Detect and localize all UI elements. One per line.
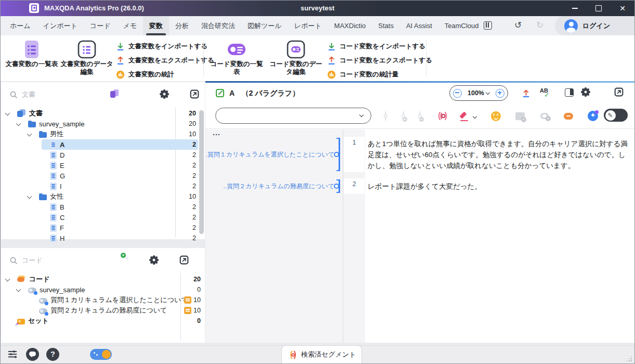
edit-mode-toggle[interactable] [604,109,628,122]
panel-popout-button[interactable] [179,255,189,265]
tree-row-G[interactable]: G2 [1,171,205,181]
window-minimize-button[interactable] [563,1,587,16]
ribbon-button-文書変数の一覧表[interactable]: 文書変数の一覧表 [5,38,59,68]
coded-segment-label[interactable]: ..質問１カリキュラムを選択したことについて [205,150,334,159]
tree-row-F[interactable]: F2 [1,223,205,233]
menu-tab-AI Assist[interactable]: AI Assist [400,16,438,35]
window-maximize-button[interactable] [587,1,611,16]
menu-tab-分析[interactable]: 分析 [169,16,195,35]
preferences-sliders-icon[interactable] [8,350,17,358]
tree-row-D[interactable]: D2 [1,150,205,160]
login-button[interactable]: ログイン [555,16,634,35]
tree-row-質問１カリキュラムを選択したことについて[interactable]: 質問１カリキュラムを選択したことについて10 [1,295,205,305]
attachment-icon[interactable] [538,110,551,122]
tree-row-コード[interactable]: コード20 [1,274,205,284]
menu-tab-変数[interactable]: 変数 [143,16,169,35]
menu-tab-TeamCloud[interactable]: TeamCloud [438,16,485,35]
menu-tab-ホーム[interactable]: ホーム [4,16,37,35]
coded-segment-bracket[interactable] [336,179,340,193]
zoom-in-button[interactable] [496,89,504,98]
panel-popout-button[interactable] [190,89,199,99]
chevron-expand-icon[interactable] [26,193,33,200]
ribbon-button-文書変数のデータ編集[interactable]: 文書変数のデータ編集 [59,38,115,76]
chevron-expand-icon[interactable] [15,121,22,127]
margin-ellipsis[interactable]: ... [213,128,221,137]
panel-settings-gear-icon[interactable] [160,89,169,99]
code-search-input[interactable]: コード [9,256,43,265]
panel-popout-button[interactable] [614,87,624,97]
menu-tab-図解ツール[interactable]: 図解ツール [241,16,288,35]
menu-tab-混合研究法[interactable]: 混合研究法 [195,16,241,35]
menu-tab-メモ[interactable]: メモ [116,16,143,35]
chevron-expand-icon[interactable] [4,276,11,283]
memo-icon[interactable] [184,296,191,304]
code-in-vivo-icon[interactable] [436,110,449,122]
ribbon-button-コード変数をインポートする[interactable]: コード変数をインポートする [327,40,425,53]
tree-row-文書[interactable]: 文書20 [1,108,205,119]
retrieved-segments-tab[interactable]: 検索済セグメント [281,345,362,363]
tree-row-質問２カリキュラムの難易度について[interactable]: 質問２カリキュラムの難易度について10 [1,305,205,316]
code-in-vivo-gray-icon[interactable]: ⋯ [413,110,426,122]
sidebar-toggle-icon[interactable] [565,88,574,97]
ai-assist-icon[interactable] [587,110,599,122]
chevron-down-icon[interactable] [473,115,477,119]
export-document-icon[interactable] [520,87,532,99]
tree-row-survey_sample[interactable]: survey_sample0 [1,284,205,295]
document-search-input[interactable]: 文書 [9,90,35,99]
ribbon-button-文書変数をインポートする[interactable]: 文書変数をインポートする [116,40,208,53]
theme-toggle[interactable] [90,349,112,360]
tree-row-E[interactable]: E2 [1,160,205,171]
tree-row-B[interactable]: B2 [1,202,205,212]
help-icon[interactable]: ? [46,348,59,361]
document-tree-scrollbar[interactable] [199,110,204,234]
ribbon-button-コード変数のデータ編集[interactable]: コード変数のデータ編集 [268,38,324,76]
paragraph-text[interactable]: レポート課題が多くて大変だった。 [368,181,629,192]
menu-tab-インポート[interactable]: インポート [37,16,84,35]
ribbon-button-文書変数の統計[interactable]: 文書変数の統計 [116,68,174,81]
paragraph-text[interactable]: あと1つ単位を取れば無事に資格が取得できます。自分のキャリア選択に対する満足度は… [368,138,629,171]
tree-row-H[interactable]: H2 [1,233,205,243]
menu-tab-MAXDictio[interactable]: MAXDictio [328,16,372,35]
highlight-coding-icon[interactable] [458,110,471,122]
tree-row-C[interactable]: C2 [1,212,205,223]
ribbon-button-コード変数をエクスポートする[interactable]: コード変数をエクスポートする [327,54,432,67]
menu-tab-Stats[interactable]: Stats [372,16,400,35]
ribbon-button-文書変数をエクスポートする[interactable]: 文書変数をエクスポートする [116,54,214,67]
edit-document-icon[interactable] [216,89,224,97]
ribbon-button-コード変数の統計量[interactable]: コード変数の統計量 [327,68,398,81]
table-view-icon[interactable] [484,21,492,30]
chevron-expand-icon[interactable] [26,131,33,138]
tree-row-survey_sample[interactable]: survey_sample20 [1,119,205,129]
paraphrase-icon[interactable] [514,110,526,122]
window-close-button[interactable]: ✕ [611,1,634,16]
comment-icon[interactable] [562,110,575,122]
chevron-expand-icon[interactable] [4,110,11,117]
panel-settings-gear-icon[interactable] [149,255,159,265]
zoom-out-button[interactable] [453,89,462,98]
zoom-level[interactable]: 100% [468,89,490,97]
emoticode-icon[interactable] [489,110,502,122]
tree-row-A[interactable]: A2 [1,139,205,150]
feedback-chat-icon[interactable] [26,348,39,361]
undo-icon[interactable]: ↻ [514,20,522,31]
spellcheck-icon[interactable]: AB✓ [540,87,548,94]
code-segment-icon[interactable] [379,110,392,122]
memo-icon[interactable] [184,307,191,314]
coded-segment-label[interactable]: ..質問２カリキュラムの難易度について [223,182,334,191]
ribbon-button-コード変数の一覧表[interactable]: コード変数の一覧表 [208,38,266,76]
code-with-new-code-icon[interactable]: + [397,110,409,122]
tree-row-女性[interactable]: 女性10 [1,191,205,202]
code-quick-select[interactable] [215,108,371,124]
coded-segment-bracket[interactable] [336,138,340,171]
coded-segment-dot[interactable] [334,152,339,157]
browser-settings-gear-icon[interactable] [581,87,590,97]
menu-tab-レポート[interactable]: レポート [288,16,328,35]
tree-row-男性[interactable]: 男性10 [1,129,205,139]
resize-grip[interactable] [627,356,632,361]
menu-tab-コード[interactable]: コード [84,16,117,35]
chevron-expand-icon[interactable] [15,287,22,293]
redo-icon[interactable]: ↻ [536,20,543,31]
tree-row-セット[interactable]: セット0 [1,316,205,326]
coded-segment-dot[interactable] [334,184,339,189]
tree-row-I[interactable]: I2 [1,181,205,191]
